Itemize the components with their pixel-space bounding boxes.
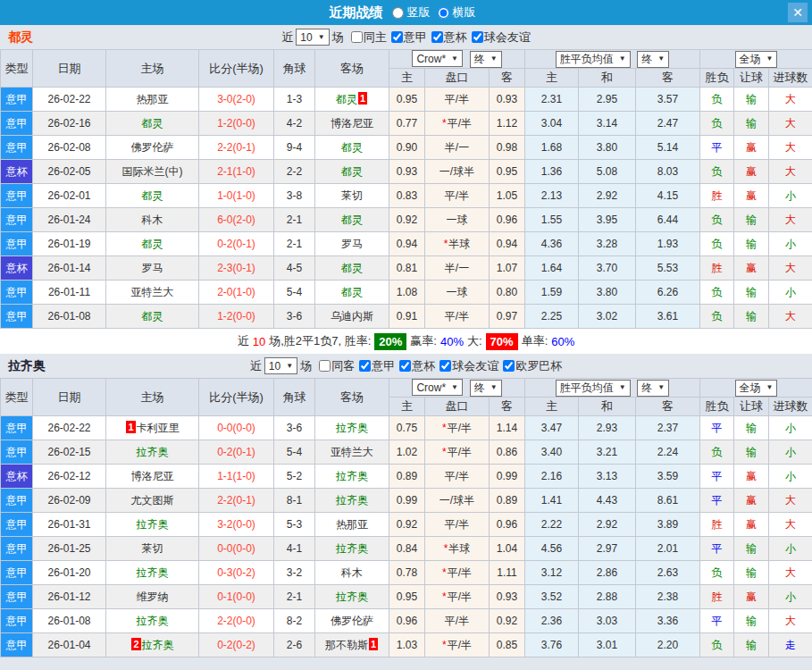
goals-result-cell: 大 xyxy=(769,489,812,513)
away-team-cell: 都灵 xyxy=(315,136,389,160)
handicap-result-cell: 输 xyxy=(734,305,769,329)
odds-final-select[interactable]: 终 ▼ xyxy=(470,380,502,397)
result-cell: 平 xyxy=(700,416,734,440)
filter-checkbox[interactable]: 意杯 xyxy=(399,358,435,374)
corner-cell: 2-2 xyxy=(274,160,315,184)
league-cell: 意甲 xyxy=(1,232,33,256)
avg-home-cell: 1.36 xyxy=(525,160,579,184)
avg-select[interactable]: 胜平负均值 ▼ xyxy=(556,380,631,397)
checkbox-input[interactable] xyxy=(431,31,443,43)
home-team-cell: 1卡利亚里 xyxy=(106,416,199,440)
filter-bar: 都灵 近 10 ▼ 场 同主意甲意杯球会友谊 xyxy=(0,25,812,49)
avg-away-cell: 2.47 xyxy=(636,112,700,136)
goals-result-cell: 大 xyxy=(769,112,812,136)
team-section: 拉齐奥 近 10 ▼ 场 同客意甲意杯球会友谊欧罗巴杯 类型 xyxy=(0,354,812,657)
filter-checkbox[interactable]: 球会友谊 xyxy=(472,29,531,46)
avg-select[interactable]: 胜平负均值 ▼ xyxy=(556,51,631,68)
odds-away-cell: 0.96 xyxy=(490,513,525,537)
checkbox-input[interactable] xyxy=(439,360,451,372)
goals-result-cell: 大 xyxy=(769,88,812,112)
checkbox-label: 欧罗巴杯 xyxy=(515,358,562,374)
avg-away-cell: 6.26 xyxy=(636,281,700,305)
handicap-result-cell: 输 xyxy=(734,609,769,633)
avg-home-cell: 3.76 xyxy=(525,633,579,657)
checkbox-input[interactable] xyxy=(391,31,403,43)
avg-home-cell: 1.64 xyxy=(525,256,579,281)
odds-final-select[interactable]: 终 ▼ xyxy=(470,51,502,68)
col-header-handicap: 让球 xyxy=(734,69,769,88)
team-name: 罗马 xyxy=(341,238,363,250)
date-cell: 26-02-22 xyxy=(33,416,106,440)
filter-checkbox[interactable]: 意甲 xyxy=(359,358,395,374)
result-cell: 负 xyxy=(700,305,734,329)
filter-checkbox[interactable]: 欧罗巴杯 xyxy=(503,358,562,374)
odds-company-value: Crow* xyxy=(416,53,446,65)
filter-checkbox[interactable]: 球会友谊 xyxy=(439,358,498,374)
recent-games-select[interactable]: 10 ▼ xyxy=(296,29,329,46)
league-cell: 意杯 xyxy=(1,465,33,489)
recent-games-select[interactable]: 10 ▼ xyxy=(264,357,297,374)
result-cell: 负 xyxy=(700,208,734,232)
checkbox-input[interactable] xyxy=(351,31,363,43)
checkbox-input[interactable] xyxy=(319,360,331,372)
handicap-line-text: 半球 xyxy=(448,542,470,555)
match-row: 意甲26-02-09尤文图斯2-2(0-1)8-1拉齐奥0.99一/球半0.89… xyxy=(1,489,812,513)
handicap-result-cell: 输 xyxy=(734,281,769,305)
handicap-line-cell: *平/半 xyxy=(425,416,490,440)
handicap-result-cell: 输 xyxy=(734,561,769,585)
result-cell: 负 xyxy=(700,160,734,184)
team-name: 拉齐奥 xyxy=(137,446,169,458)
filter-checkbox[interactable]: 意甲 xyxy=(391,29,427,46)
odds-home-cell: 0.93 xyxy=(389,160,425,184)
odds-company-select[interactable]: Crow* ▼ xyxy=(412,50,463,67)
odds-home-cell: 0.89 xyxy=(389,465,425,489)
checkbox-input[interactable] xyxy=(503,360,515,372)
filter-checkbox[interactable]: 同主 xyxy=(351,29,387,46)
odds-final-value: 终 xyxy=(474,381,485,396)
vertical-radio-input[interactable] xyxy=(392,7,404,19)
checkbox-input[interactable] xyxy=(399,360,411,372)
match-row: 意杯26-01-14罗马2-3(0-1)4-5都灵0.81半/一1.071.64… xyxy=(1,256,812,281)
fulltime-select[interactable]: 全场 ▼ xyxy=(735,380,778,397)
horizontal-radio-input[interactable] xyxy=(438,7,449,19)
match-row: 意甲26-01-25莱切0-0(0-0)4-1拉齐奥0.84*半球1.044.5… xyxy=(1,537,812,561)
odds-company-select[interactable]: Crow* ▼ xyxy=(412,379,463,396)
handicap-line-text: 一球 xyxy=(447,286,468,298)
away-team-cell: 热那亚 xyxy=(315,513,389,537)
avg-header-cell: 胜平负均值 ▼ 终 ▼ xyxy=(525,379,700,398)
result-cell: 胜 xyxy=(700,513,734,537)
odds-header-cell: Crow* ▼ 终 ▼ xyxy=(389,50,525,69)
layout-radio-horizontal[interactable]: 横版 xyxy=(438,4,476,21)
corner-cell: 5-4 xyxy=(274,440,315,465)
close-button[interactable]: ✕ xyxy=(788,3,808,22)
avg-final-select[interactable]: 终 ▼ xyxy=(637,380,669,397)
checkbox-input[interactable] xyxy=(359,360,371,372)
score-cell: 1-0(1-0) xyxy=(199,184,274,208)
home-team-cell: 科木 xyxy=(106,208,199,232)
col-header-odds-home: 主 xyxy=(389,69,425,88)
league-cell: 意甲 xyxy=(1,440,33,465)
home-team-cell: 博洛尼亚 xyxy=(106,465,199,489)
score-cell: 1-2(0-0) xyxy=(199,305,274,329)
handicap-line-cell: *平/半 xyxy=(425,585,490,609)
corner-cell: 2-6 xyxy=(274,633,315,657)
result-cell: 负 xyxy=(700,440,734,465)
avg-final-select[interactable]: 终 ▼ xyxy=(637,51,669,68)
handicap-result-cell: 输 xyxy=(734,633,769,657)
layout-radio-vertical[interactable]: 竖版 xyxy=(392,4,431,21)
avg-away-cell: 2.20 xyxy=(636,633,700,657)
handicap-line-cell: *平/半 xyxy=(425,633,490,657)
odds-home-cell: 0.78 xyxy=(389,561,425,585)
result-cell: 负 xyxy=(700,88,734,112)
handicap-line-text: 平/半 xyxy=(445,93,469,105)
checkbox-input[interactable] xyxy=(472,31,483,43)
filter-checkbox[interactable]: 同客 xyxy=(319,358,355,374)
team-name: 科木 xyxy=(341,566,363,579)
fulltime-select[interactable]: 全场 ▼ xyxy=(735,51,778,68)
away-team-cell: 拉齐奥 xyxy=(315,416,389,440)
filter-bar: 拉齐奥 近 10 ▼ 场 同客意甲意杯球会友谊欧罗巴杯 xyxy=(0,354,812,378)
col-header-avg-home: 主 xyxy=(525,398,579,416)
handicap-result-cell: 输 xyxy=(734,537,769,561)
corner-cell: 5-4 xyxy=(274,281,315,305)
filter-checkbox[interactable]: 意杯 xyxy=(431,29,467,46)
